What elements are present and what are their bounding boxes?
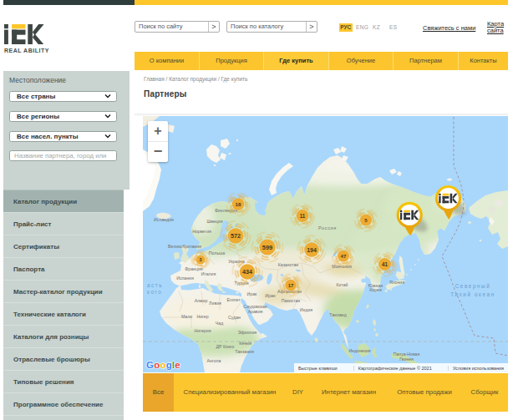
svg-text:кого: кого	[147, 289, 162, 295]
svg-text:Кения: Кения	[239, 341, 251, 346]
svg-text:Мали: Мали	[181, 314, 192, 319]
svg-text:194: 194	[307, 247, 317, 253]
svg-text:Россия: Россия	[318, 225, 337, 230]
svg-text:Италия: Италия	[201, 271, 216, 276]
svg-text:Испания: Испания	[176, 276, 194, 281]
svg-text:Аравия: Аравия	[248, 309, 263, 314]
svg-text:Гвинея: Гвинея	[399, 357, 414, 362]
svg-text:Китай: Китай	[336, 282, 348, 287]
svg-text:18: 18	[236, 201, 241, 207]
svg-text:Индия: Индия	[300, 307, 313, 312]
svg-text:Алжир: Алжир	[195, 298, 208, 303]
svg-text:Нигер: Нигер	[196, 314, 208, 319]
svg-text:Швеция: Швеция	[206, 219, 222, 224]
svg-text:Ливия: Ливия	[209, 301, 221, 306]
svg-text:41: 41	[382, 261, 388, 267]
svg-text:17: 17	[288, 283, 294, 288]
svg-text:Казахстан: Казахстан	[278, 262, 298, 267]
svg-text:Танзания: Танзания	[235, 349, 254, 354]
svg-text:асть: асть	[147, 282, 163, 288]
svg-text:Ангола: Ангола	[207, 358, 221, 363]
svg-text:47: 47	[341, 253, 347, 259]
svg-text:572: 572	[231, 232, 241, 240]
svg-text:11: 11	[300, 213, 306, 219]
svg-text:3: 3	[200, 257, 202, 262]
svg-text:Тихий океан: Тихий океан	[450, 291, 495, 297]
svg-text:ДР Конго: ДР Конго	[216, 344, 235, 349]
svg-text:599: 599	[262, 244, 272, 251]
svg-text:Ирак: Ирак	[247, 291, 257, 296]
svg-text:Норвегия: Норвегия	[192, 229, 211, 234]
svg-text:Япония: Япония	[389, 280, 404, 285]
svg-text:Эфиопия: Эфиопия	[238, 330, 256, 335]
svg-text:Таиланд: Таиланд	[329, 312, 347, 317]
svg-text:Нигерия: Нигерия	[195, 328, 211, 333]
svg-text:Чад: Чад	[216, 321, 223, 326]
svg-text:Иран: Иран	[265, 293, 275, 298]
svg-text:Северный: Северный	[455, 283, 491, 290]
svg-text:Польша: Польша	[209, 250, 225, 256]
svg-text:Египет: Египет	[226, 297, 241, 302]
svg-text:Пакистан: Пакистан	[282, 298, 301, 303]
svg-text:Великобритания: Великобритания	[168, 244, 201, 249]
svg-text:Корея: Корея	[369, 287, 382, 292]
svg-text:434: 434	[242, 268, 252, 276]
svg-text:Судан: Судан	[228, 315, 241, 320]
svg-text:Исландия: Исландия	[154, 217, 174, 222]
svg-text:Индонезия: Индонезия	[348, 348, 370, 353]
